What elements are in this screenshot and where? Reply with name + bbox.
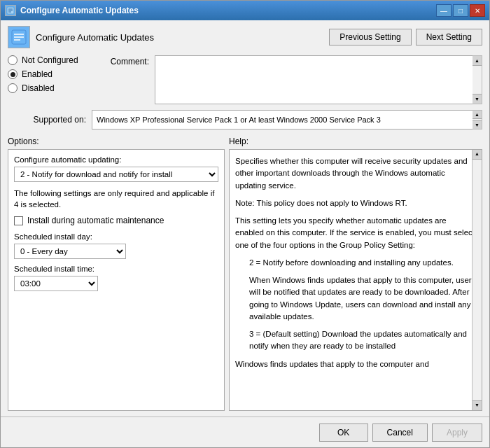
prev-setting-button[interactable]: Previous Setting	[329, 29, 411, 46]
radio-enabled[interactable]: Enabled	[8, 69, 99, 79]
title-bar: Configure Automatic Updates — □ ✕	[1, 1, 489, 20]
options-note: The following settings are only required…	[14, 188, 218, 210]
help-panel: Specifies whether this computer will rec…	[229, 149, 482, 411]
comment-scroll-up[interactable]: ▲	[472, 56, 482, 66]
help-scroll-up[interactable]: ▲	[472, 150, 482, 160]
scheduled-time-label: Scheduled install time:	[14, 265, 94, 273]
next-setting-button[interactable]: Next Setting	[416, 29, 482, 46]
supported-scroll-up[interactable]: ▲	[472, 111, 482, 119]
header-title: Configure Automatic Updates	[36, 32, 154, 43]
comment-label: Comment:	[99, 55, 155, 66]
install-maintenance-row[interactable]: Install during automatic maintenance	[14, 216, 218, 225]
options-panel: Configure automatic updating: 2 - Notify…	[8, 149, 225, 411]
scheduled-day-select[interactable]: 0 - Every day1 - Sunday2 - Monday3 - Tue…	[14, 244, 126, 259]
help-scrollbar: ▲ ▼	[472, 150, 482, 410]
radio-circle-disabled	[8, 83, 18, 93]
configure-select[interactable]: 2 - Notify for download and notify for i…	[14, 167, 218, 182]
supported-label: Supported on:	[8, 115, 92, 125]
install-maintenance-checkbox[interactable]	[14, 216, 23, 225]
radio-disabled[interactable]: Disabled	[8, 83, 99, 93]
supported-scroll-down[interactable]: ▼	[472, 120, 482, 129]
scheduled-day-label: Scheduled install day:	[14, 232, 218, 241]
scheduled-time-section: Scheduled install time: 00:0001:0002:000…	[14, 265, 218, 291]
footer: OK Cancel Apply	[1, 416, 489, 447]
configure-label: Configure automatic updating:	[14, 155, 218, 164]
header-section: Configure Automatic Updates Previous Set…	[8, 26, 482, 48]
radio-circle-not-configured	[8, 55, 18, 65]
help-p4: 2 = Notify before downloading and instal…	[249, 257, 476, 269]
main-window: Configure Automatic Updates — □ ✕ Config…	[0, 0, 490, 448]
help-header: Help:	[229, 136, 248, 146]
window-controls: — □ ✕	[436, 4, 485, 17]
help-text: Specifies whether this computer will rec…	[235, 155, 476, 370]
supported-row: Supported on: Windows XP Professional Se…	[8, 110, 482, 130]
apply-button[interactable]: Apply	[432, 424, 482, 442]
column-headers: Options: Help:	[8, 136, 482, 146]
radio-label-disabled: Disabled	[22, 83, 55, 93]
configure-section: Configure automatic updating: 2 - Notify…	[14, 155, 218, 182]
install-maintenance-label: Install during automatic maintenance	[27, 216, 164, 225]
scheduled-time-select[interactable]: 00:0001:0002:0003:0004:0005:0006:0012:00…	[14, 276, 98, 291]
options-header: Options:	[8, 136, 39, 146]
minimize-button[interactable]: —	[436, 4, 451, 17]
window-icon	[5, 5, 16, 16]
help-scroll-down[interactable]: ▼	[472, 400, 482, 410]
options-box: Configure automatic updating: 2 - Notify…	[8, 149, 225, 411]
help-p2: Note: This policy does not apply to Wind…	[235, 197, 476, 209]
comment-textarea[interactable]	[155, 55, 472, 104]
help-box: Specifies whether this computer will rec…	[229, 149, 482, 411]
comment-scroll-down[interactable]: ▼	[472, 94, 482, 104]
content-area: Configure Automatic Updates Previous Set…	[1, 20, 489, 416]
cancel-button[interactable]: Cancel	[372, 424, 428, 442]
radio-circle-enabled	[8, 69, 18, 79]
help-p5: When Windows finds updates that apply to…	[249, 274, 476, 323]
help-p1: Specifies whether this computer will rec…	[235, 155, 476, 192]
radio-label-not-configured: Not Configured	[22, 55, 78, 65]
help-p6: 3 = (Default setting) Download the updat…	[249, 328, 476, 353]
main-panels: Configure automatic updating: 2 - Notify…	[8, 149, 482, 411]
window-title: Configure Automatic Updates	[20, 6, 139, 15]
help-p7: Windows finds updates that apply to the …	[235, 358, 476, 370]
scheduled-day-section: Scheduled install day: 0 - Every day1 - …	[14, 231, 218, 259]
header-icon	[8, 26, 30, 48]
supported-value: Windows XP Professional Service Pack 1 o…	[92, 110, 472, 130]
close-button[interactable]: ✕	[470, 4, 485, 17]
radio-label-enabled: Enabled	[22, 69, 52, 79]
radio-not-configured[interactable]: Not Configured	[8, 55, 99, 65]
help-p3: This setting lets you specify whether au…	[235, 215, 476, 251]
ok-button[interactable]: OK	[319, 424, 368, 442]
maximize-button[interactable]: □	[453, 4, 468, 17]
